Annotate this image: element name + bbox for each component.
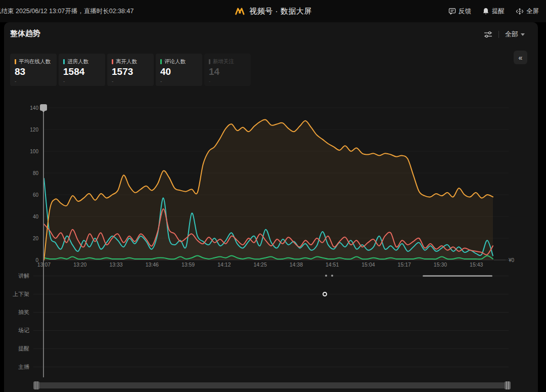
track-line xyxy=(33,330,509,331)
stat-sub: - xyxy=(63,78,105,84)
top-header: 已结束 2025/06/12 13:07开播，直播时长02:38:47 视频号 … xyxy=(0,0,546,22)
dashboard-root: 已结束 2025/06/12 13:07开播，直播时长02:38:47 视频号 … xyxy=(0,0,546,392)
app-title: 视频号 · 数据大屏 xyxy=(249,7,311,16)
series-color-marker xyxy=(112,59,113,64)
scope-dropdown[interactable]: 全部 xyxy=(505,30,525,39)
track-label-5: 主播 xyxy=(0,363,29,371)
fullscreen-move-icon xyxy=(516,8,524,15)
stat-card-head: 离开人数 xyxy=(112,58,154,65)
series-color-marker xyxy=(63,59,65,64)
stat-label: 评论人数 xyxy=(164,58,186,65)
fullscreen-label: 全屏 xyxy=(526,7,539,16)
track-line xyxy=(33,349,509,349)
brand: 视频号 · 数据大屏 xyxy=(234,0,311,22)
track-line xyxy=(33,367,509,367)
stat-value: 83 xyxy=(15,67,57,77)
chevron-down-icon xyxy=(521,33,525,36)
track-line xyxy=(33,294,509,294)
stat-card-4[interactable]: 新增关注14- xyxy=(204,54,251,86)
bell-icon xyxy=(482,8,489,15)
track-label-4: 提醒 xyxy=(0,345,29,353)
stat-card-head: 新增关注 xyxy=(209,58,251,65)
series-color-marker xyxy=(15,59,16,64)
controls-divider xyxy=(498,31,499,38)
event-ring[interactable] xyxy=(323,292,327,296)
stat-sub: - xyxy=(112,78,154,84)
feedback-bubble-icon xyxy=(448,8,456,15)
stat-cards-row: 平均在线人数83-进房人数1584-离开人数1573-评论人数40-新增关注14… xyxy=(10,54,251,86)
scope-dropdown-value: 全部 xyxy=(505,30,518,39)
channels-logo-icon xyxy=(234,6,245,16)
event-dot[interactable] xyxy=(325,275,327,277)
feedback-label: 反馈 xyxy=(459,7,471,16)
time-cursor-handle[interactable] xyxy=(40,104,47,111)
stat-card-0[interactable]: 平均在线人数83- xyxy=(10,54,57,86)
range-scrollbar[interactable] xyxy=(35,382,508,388)
stat-value: 14 xyxy=(209,67,251,77)
alerts-label: 提醒 xyxy=(492,7,505,16)
series-color-marker xyxy=(160,59,162,64)
feedback-button[interactable]: 反馈 xyxy=(448,7,471,16)
stat-label: 平均在线人数 xyxy=(19,58,51,65)
series-color-marker xyxy=(209,59,210,64)
range-scrollbar-right-grip[interactable] xyxy=(505,381,511,389)
range-scrollbar-left-grip[interactable] xyxy=(33,381,39,389)
stat-card-head: 平均在线人数 xyxy=(15,58,57,65)
stat-card-2[interactable]: 离开人数1573- xyxy=(107,54,154,86)
stat-sub: - xyxy=(160,78,202,84)
track-line xyxy=(33,312,509,313)
track-label-0: 讲解 xyxy=(0,272,29,280)
stat-sub: - xyxy=(15,78,57,84)
track-label-3: 场记 xyxy=(0,327,29,334)
panel-controls: 全部 xyxy=(484,30,525,39)
event-bar[interactable] xyxy=(423,275,493,277)
time-cursor-line xyxy=(43,109,44,377)
stat-label: 进房人数 xyxy=(67,58,88,65)
panel-title: 整体趋势 xyxy=(10,29,40,38)
stat-sub: - xyxy=(209,78,251,84)
collapse-button[interactable]: « xyxy=(514,51,527,64)
track-label-2: 抽奖 xyxy=(0,309,29,316)
stat-card-head: 评论人数 xyxy=(160,58,202,65)
fullscreen-button[interactable]: 全屏 xyxy=(516,7,539,16)
stat-label: 离开人数 xyxy=(116,58,137,65)
alerts-button[interactable]: 提醒 xyxy=(482,7,505,16)
stat-card-head: 进房人数 xyxy=(63,58,105,65)
track-label-1: 上下架 xyxy=(0,290,29,298)
stat-label: 新增关注 xyxy=(213,58,234,65)
stat-value: 40 xyxy=(160,67,202,77)
stat-card-3[interactable]: 评论人数40- xyxy=(156,54,202,86)
stat-value: 1584 xyxy=(63,67,105,77)
filter-sliders-icon[interactable] xyxy=(484,30,492,38)
header-actions: 反馈 提醒 全屏 xyxy=(448,0,539,22)
stat-card-1[interactable]: 进房人数1584- xyxy=(59,54,105,86)
stat-value: 1573 xyxy=(112,67,154,77)
live-status-text: 已结束 2025/06/12 13:07开播，直播时长02:38:47 xyxy=(0,7,133,16)
